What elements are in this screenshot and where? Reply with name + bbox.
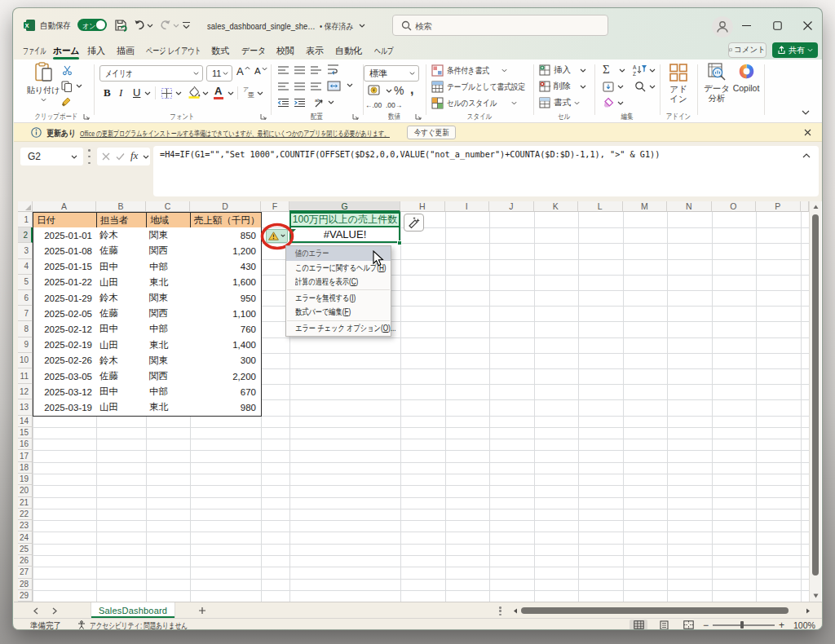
table-cell[interactable]: 鈴木 [96,290,147,307]
ribbon-tab-page-layout[interactable]: ページ レイアウト [146,42,222,60]
cell-styles-button[interactable]: セルのスタイル [431,97,517,109]
row-header-4[interactable]: 4 [18,259,33,275]
insert-function-icon[interactable]: fx [130,149,138,162]
row-header-14[interactable]: 14 [18,416,33,427]
table-cell[interactable]: 田中 [96,259,147,276]
row-header-8[interactable]: 8 [18,321,33,337]
table-cell[interactable]: 2025-01-15 [33,259,97,276]
save-icon[interactable] [114,19,127,32]
percent-style-icon[interactable]: % [394,84,404,97]
row-header-25[interactable]: 25 [18,544,33,555]
insert-dropdown-icon[interactable] [580,68,586,73]
copy-dropdown-icon[interactable] [76,84,82,88]
ribbon-tab-home[interactable]: ホーム [53,42,81,60]
find-select-dropdown-icon[interactable] [649,85,656,89]
vertical-scrollbar[interactable] [809,201,821,602]
insert-cells-button[interactable]: 挿入 [539,64,571,76]
table-cell[interactable]: 関西 [146,368,191,385]
copy-icon[interactable] [61,81,73,92]
close-button[interactable] [795,15,820,36]
autosum-dropdown-icon[interactable] [619,68,625,73]
clear-dropdown-icon[interactable] [617,101,624,105]
table-cell[interactable]: 2025-02-26 [33,353,97,369]
row-header-18[interactable]: 18 [18,462,33,474]
column-header-G[interactable]: G [289,201,400,212]
font-size-combo[interactable]: 11 [206,65,232,82]
borders-dropdown-icon[interactable] [175,91,182,95]
row-header-28[interactable]: 28 [18,579,33,590]
ribbon-tab-review[interactable]: 校閲 [276,42,294,60]
column-header-L[interactable]: L [578,201,623,212]
comma-style-icon[interactable]: , [410,82,413,97]
analyze-data-button[interactable]: データ分析 [702,63,731,103]
menu-item-error-checking-options[interactable]: エラー チェック オプション(O)... [286,322,391,336]
italic-button[interactable]: I [119,86,122,99]
clipboard-dialog-launcher-icon[interactable] [83,113,90,120]
table-cell[interactable]: 鈴木 [96,353,147,369]
row-header-27[interactable]: 27 [18,567,33,578]
underline-button[interactable]: U [133,86,140,99]
format-as-table-button[interactable]: テーブルとして書式設定 [431,81,551,93]
fill-color-dropdown-icon[interactable] [202,91,209,95]
table-cell[interactable]: 2025-02-19 [33,337,97,354]
cell-g2-active[interactable]: #VALUE! [289,227,400,243]
maximize-button[interactable] [765,15,789,36]
row-header-20[interactable]: 20 [18,485,33,496]
row-header-5[interactable]: 5 [18,275,33,290]
table-cell[interactable]: 2025-01-08 [33,243,97,259]
ribbon-tab-help[interactable]: ヘルプ [374,42,402,60]
table-cell[interactable]: 1,200 [190,243,262,259]
table-header-cell[interactable]: 日付 [33,212,97,228]
table-cell[interactable]: 東北 [146,275,191,291]
row-header-1[interactable]: 1 [18,212,33,227]
accounting-dropdown-icon[interactable] [386,89,392,93]
table-header-cell[interactable]: 売上額（千円） [190,212,262,228]
row-header-7[interactable]: 7 [18,306,33,321]
menu-item-ignore-error[interactable]: エラーを無視する(I) [286,291,391,305]
row-header-26[interactable]: 26 [18,555,33,567]
column-header-I[interactable]: I [445,201,490,212]
menu-item-show-calculation-steps[interactable]: 計算の過程を表示(C) [286,275,391,289]
ribbon-tab-view[interactable]: 表示 [306,42,324,60]
table-cell[interactable]: 2025-03-05 [33,368,97,385]
row-header-23[interactable]: 23 [18,520,33,532]
table-cell[interactable]: 中部 [146,384,191,400]
table-cell[interactable]: 田中 [96,321,147,337]
table-cell[interactable]: 関東 [146,353,191,369]
table-cell[interactable]: 980 [190,399,262,416]
table-cell[interactable]: 950 [190,290,262,307]
row-header-3[interactable]: 3 [18,243,33,258]
align-center-icon[interactable] [294,82,306,91]
ribbon-tab-formulas[interactable]: 数式 [211,42,229,60]
table-cell[interactable]: 佐藤 [96,368,147,385]
collapse-ribbon-icon[interactable] [802,110,810,115]
row-header-6[interactable]: 6 [18,290,33,306]
table-cell[interactable]: 関西 [146,243,191,259]
column-header-partial[interactable] [801,201,810,212]
table-cell[interactable]: 1,400 [190,337,262,354]
table-cell[interactable]: 関東 [146,227,191,244]
conditional-formatting-button[interactable]: 条件付き書式 [431,64,507,77]
format-cells-button[interactable]: 書式 [539,97,580,108]
table-cell[interactable]: 山田 [96,337,147,354]
table-cell[interactable]: 670 [190,384,262,400]
row-header-13[interactable]: 13 [18,399,33,415]
ribbon-tab-automate[interactable]: 自動化 [335,42,362,60]
alignment-dialog-launcher-icon[interactable] [352,113,359,120]
sheet-tab-salesdashboard[interactable]: SalesDashboard [91,602,175,618]
bold-button[interactable]: B [104,86,111,99]
row-header-21[interactable]: 21 [18,497,33,509]
phonetic-dropdown-icon[interactable] [257,91,263,95]
phonetic-guide-icon[interactable]: ア 亜 [242,86,255,99]
table-cell[interactable]: 関西 [146,306,191,322]
table-cell[interactable]: 2025-03-12 [33,384,97,400]
table-cell[interactable]: 2025-02-05 [33,306,97,322]
find-select-icon[interactable] [634,81,646,92]
fill-handle[interactable] [397,240,402,245]
vscroll-up-icon[interactable] [813,205,819,210]
normal-view-button[interactable] [630,620,647,630]
horizontal-scrollbar-thumb[interactable] [521,607,789,614]
column-header-B[interactable]: B [96,201,146,212]
table-cell[interactable]: 関東 [146,290,191,307]
undo-icon[interactable] [134,20,145,30]
